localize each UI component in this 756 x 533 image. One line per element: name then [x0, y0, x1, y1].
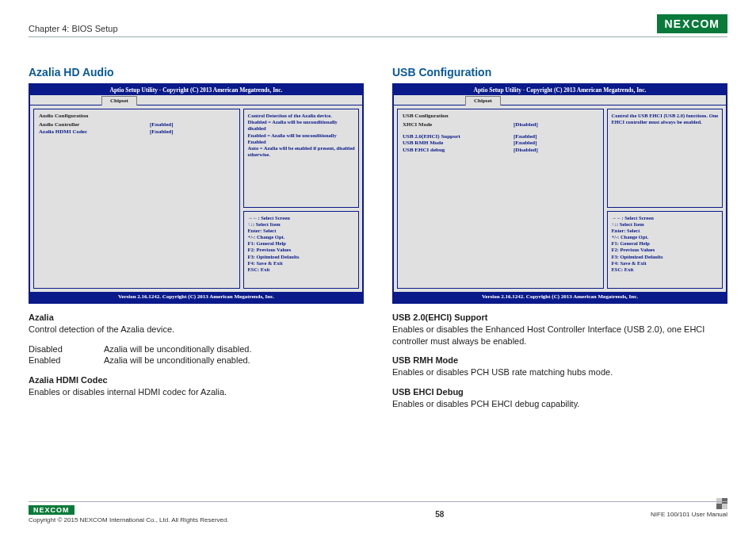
section-title-left: Azalia HD Audio [29, 66, 364, 79]
desc-row-label: Disabled [29, 343, 104, 355]
bios-screenshot-right: Aptio Setup Utility - Copyright (C) 2013… [392, 83, 727, 304]
bios-row: USB RMH Mode [Enabled] [403, 140, 598, 147]
desc-heading: USB EHCI Debug [392, 386, 727, 398]
desc-text: Enables or disables PCH EHCI debug capab… [392, 398, 727, 410]
brand-logo: NEXCOM [657, 14, 727, 33]
bios-row: XHCI Mode [Disabled] [403, 121, 598, 128]
desc-heading: Azalia [29, 312, 364, 324]
bios-row-label: USB RMH Mode [403, 140, 514, 147]
bios-row-value: [Enabled] [150, 128, 174, 136]
bios-tab-chipset: Chipset [101, 96, 137, 105]
bios-help-panel: Control Detection of the Azalia device. … [243, 109, 359, 208]
bios-tab-chipset: Chipset [465, 96, 501, 105]
bios-row-value: [Enabled] [514, 133, 537, 140]
footer-left: NEXCOM Copyright © 2015 NEXCOM Internati… [29, 505, 229, 523]
bios-keys-panel: →←: Select Screen ↑↓: Select Item Enter:… [607, 211, 723, 289]
manual-title: NIFE 100/101 User Manual [651, 511, 727, 518]
bios-header: Aptio Setup Utility - Copyright (C) 2013… [30, 85, 362, 95]
bios-row: Azalia HDMI Codec [Enabled] [39, 128, 235, 136]
bios-section-label: USB Configuration [403, 113, 598, 120]
copyright-text: Copyright © 2015 NEXCOM International Co… [29, 516, 229, 523]
desc-text: Control detection of the Azalia device. [29, 324, 364, 336]
section-title-right: USB Configuration [392, 66, 727, 79]
bios-screenshot-left: Aptio Setup Utility - Copyright (C) 2013… [29, 83, 364, 304]
bios-row-value: [Disabled] [514, 121, 538, 128]
bios-tab-row: Chipset [30, 95, 362, 105]
bios-main-panel: USB Configuration XHCI Mode [Disabled] U… [397, 109, 604, 289]
bios-row-label: USB 2.0(EHCI) Support [403, 133, 514, 140]
bios-tab-row: Chipset [394, 95, 726, 105]
bios-header: Aptio Setup Utility - Copyright (C) 2013… [394, 85, 726, 95]
bios-row-value: [Enabled] [150, 121, 174, 128]
desc-row-text: Azalia will be unconditionally disabled. [104, 343, 252, 355]
bios-help-panel: Control the USB EHCI (USB 2.0) functions… [607, 109, 723, 208]
desc-heading: USB RMH Mode [392, 355, 727, 366]
desc-row: Disabled Azalia will be unconditionally … [29, 343, 364, 355]
bios-keys-panel: →←: Select Screen ↑↓: Select Item Enter:… [243, 211, 359, 289]
bios-row: USB 2.0(EHCI) Support [Enabled] [403, 133, 598, 140]
bios-row-label: Azalia HDMI Codec [39, 128, 150, 136]
desc-heading: USB 2.0(EHCI) Support [392, 312, 727, 324]
desc-row-label: Enabled [29, 355, 104, 366]
desc-text: Enables or disables internal HDMI codec … [29, 386, 364, 398]
bios-main-panel: Audio Configuration Audio Controller [En… [33, 109, 240, 289]
bios-row-value: [Enabled] [514, 140, 537, 147]
page-number: 58 [435, 510, 444, 519]
desc-text: Enables or disables PCH USB rate matchin… [392, 366, 727, 378]
desc-text: Enables or disables the Enhanced Host Co… [392, 324, 727, 347]
bios-row: USB EHCI debug [Disabled] [403, 147, 598, 154]
bios-footer: Version 2.16.1242. Copyright (C) 2013 Am… [30, 292, 362, 302]
desc-heading: Azalia HDMI Codec [29, 374, 364, 386]
brand-logo-small: NEXCOM [29, 505, 74, 515]
bios-section-label: Audio Configuration [39, 113, 235, 120]
bios-row-value: [Disabled] [514, 147, 538, 154]
bios-row-label: Audio Controller [39, 121, 150, 128]
chapter-label: Chapter 4: BIOS Setup [29, 24, 118, 33]
bios-row-label: XHCI Mode [403, 121, 514, 128]
bios-row: Audio Controller [Enabled] [39, 121, 235, 128]
desc-row: Enabled Azalia will be unconditionally e… [29, 355, 364, 366]
desc-row-text: Azalia will be unconditionally enabled. [104, 355, 250, 366]
bios-footer: Version 2.16.1242. Copyright (C) 2013 Am… [394, 292, 726, 302]
bios-row-label: USB EHCI debug [403, 147, 514, 154]
